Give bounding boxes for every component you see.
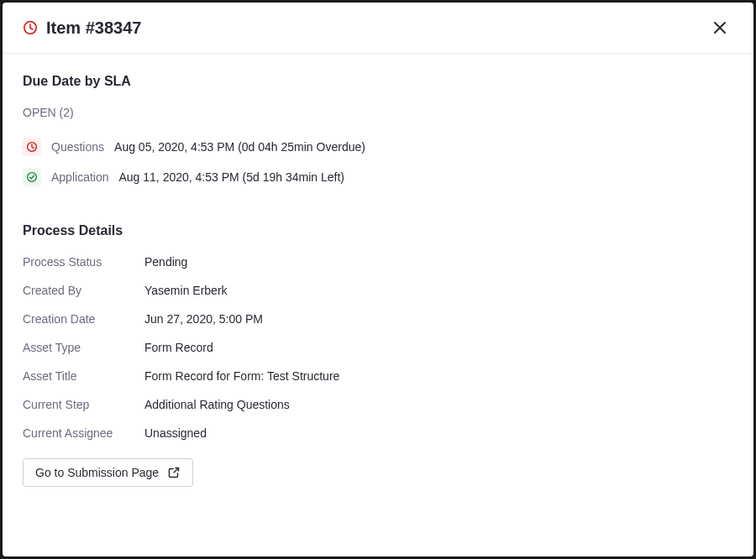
sla-section-title: Due Date by SLA: [23, 74, 733, 89]
modal-body: Due Date by SLA OPEN (2) Questions Aug 0…: [3, 54, 753, 556]
sla-item-date: Aug 05, 2020, 4:53 PM (0d 04h 25min Over…: [114, 140, 365, 154]
detail-value: Unassigned: [144, 426, 207, 440]
detail-row-current-step: Current Step Additional Rating Questions: [23, 398, 733, 411]
detail-value: Additional Rating Questions: [144, 398, 290, 411]
overdue-clock-icon: [23, 138, 41, 156]
detail-row-process-status: Process Status Pending: [23, 255, 733, 269]
detail-label: Current Assignee: [23, 426, 144, 440]
item-detail-modal: Item #38347 Due Date by SLA OPEN (2) Que: [3, 3, 753, 556]
process-section-title: Process Details: [23, 223, 733, 238]
sla-item-ontime: Application Aug 11, 2020, 4:53 PM (5d 19…: [23, 168, 733, 186]
process-details-list: Process Status Pending Created By Yasemi…: [23, 255, 733, 440]
detail-value: Form Record: [144, 341, 213, 354]
detail-value: Pending: [144, 255, 187, 269]
sla-item-date: Aug 11, 2020, 4:53 PM (5d 19h 34min Left…: [119, 170, 345, 184]
detail-label: Process Status: [23, 255, 144, 269]
sla-list: Questions Aug 05, 2020, 4:53 PM (0d 04h …: [23, 138, 733, 186]
alert-clock-icon: [23, 20, 38, 35]
detail-label: Asset Title: [23, 369, 144, 383]
external-link-icon: [167, 466, 181, 479]
modal-header: Item #38347: [3, 3, 753, 54]
modal-title: Item #38347: [46, 18, 141, 38]
close-icon: [711, 19, 728, 36]
sla-item-overdue: Questions Aug 05, 2020, 4:53 PM (0d 04h …: [23, 138, 733, 156]
detail-value: Form Record for Form: Test Structure: [144, 369, 339, 383]
detail-row-current-assignee: Current Assignee Unassigned: [23, 426, 733, 440]
detail-label: Created By: [23, 284, 144, 297]
detail-value: Yasemin Erberk: [144, 284, 228, 297]
close-button[interactable]: [706, 14, 733, 41]
detail-label: Current Step: [23, 398, 144, 411]
detail-row-asset-type: Asset Type Form Record: [23, 341, 733, 354]
ontime-check-icon: [23, 168, 41, 186]
detail-label: Asset Type: [23, 341, 144, 354]
sla-item-name: Questions: [51, 140, 104, 154]
sla-item-name: Application: [51, 170, 109, 184]
detail-value: Jun 27, 2020, 5:00 PM: [144, 312, 263, 326]
go-to-submission-button[interactable]: Go to Submission Page: [23, 458, 193, 487]
go-to-submission-label: Go to Submission Page: [35, 466, 159, 479]
detail-row-asset-title: Asset Title Form Record for Form: Test S…: [23, 369, 733, 383]
modal-title-wrap: Item #38347: [23, 18, 141, 38]
sla-open-count: OPEN (2): [23, 106, 733, 119]
detail-label: Creation Date: [23, 312, 144, 326]
detail-row-created-by: Created By Yasemin Erberk: [23, 284, 733, 297]
detail-row-creation-date: Creation Date Jun 27, 2020, 5:00 PM: [23, 312, 733, 326]
